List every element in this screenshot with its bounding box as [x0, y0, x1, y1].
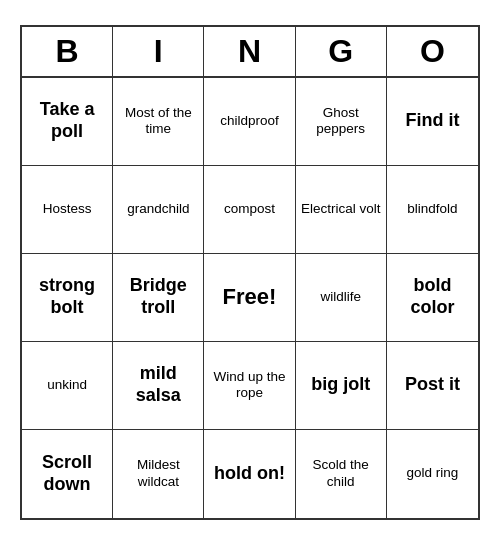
header-letter-g: G: [296, 27, 387, 76]
bingo-cell-8: Electrical volt: [296, 166, 387, 254]
bingo-cell-20: Scroll down: [22, 430, 113, 518]
bingo-cell-11: Bridge troll: [113, 254, 204, 342]
bingo-grid: Take a pollMost of the timechildproofGho…: [22, 78, 478, 518]
bingo-header: BINGO: [22, 27, 478, 78]
bingo-cell-3: Ghost peppers: [296, 78, 387, 166]
bingo-cell-15: unkind: [22, 342, 113, 430]
bingo-cell-14: bold color: [387, 254, 478, 342]
header-letter-o: O: [387, 27, 478, 76]
bingo-cell-18: big jolt: [296, 342, 387, 430]
bingo-cell-17: Wind up the rope: [204, 342, 295, 430]
bingo-cell-16: mild salsa: [113, 342, 204, 430]
bingo-cell-6: grandchild: [113, 166, 204, 254]
bingo-cell-0: Take a poll: [22, 78, 113, 166]
bingo-cell-23: Scold the child: [296, 430, 387, 518]
header-letter-n: N: [204, 27, 295, 76]
bingo-cell-10: strong bolt: [22, 254, 113, 342]
bingo-cell-22: hold on!: [204, 430, 295, 518]
bingo-cell-4: Find it: [387, 78, 478, 166]
bingo-cell-13: wildlife: [296, 254, 387, 342]
bingo-cell-12: Free!: [204, 254, 295, 342]
header-letter-b: B: [22, 27, 113, 76]
bingo-cell-9: blindfold: [387, 166, 478, 254]
bingo-cell-19: Post it: [387, 342, 478, 430]
bingo-cell-1: Most of the time: [113, 78, 204, 166]
bingo-cell-7: compost: [204, 166, 295, 254]
bingo-cell-24: gold ring: [387, 430, 478, 518]
bingo-cell-2: childproof: [204, 78, 295, 166]
bingo-card: BINGO Take a pollMost of the timechildpr…: [20, 25, 480, 520]
header-letter-i: I: [113, 27, 204, 76]
bingo-cell-21: Mildest wildcat: [113, 430, 204, 518]
bingo-cell-5: Hostess: [22, 166, 113, 254]
